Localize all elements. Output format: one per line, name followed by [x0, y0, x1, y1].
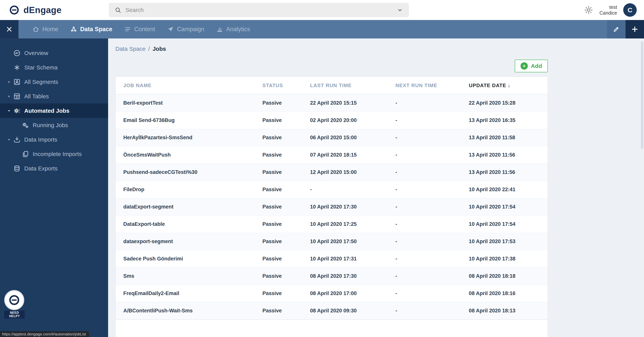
sidebar: OverviewStar SchemaAll SegmentsAll Table… [0, 38, 108, 337]
table-row[interactable]: ÖnceSmsWaitPushPassive07 April 2020 18:1… [116, 146, 548, 164]
table-cell: 10 April 2020 17:30 [302, 198, 388, 216]
settings-gear-icon[interactable] [584, 6, 593, 14]
search-dropdown-chevron-icon[interactable] [397, 7, 403, 13]
table-row[interactable]: DataExport-tablePassive10 April 2020 17:… [116, 216, 548, 233]
help-badge-label: NEED HELP? [4, 310, 24, 318]
table-cell: 22 April 2020 15:28 [461, 94, 548, 112]
edit-button[interactable] [607, 20, 626, 38]
table-row[interactable]: FreqEmailDaily2-EmailPassive08 April 202… [116, 285, 548, 302]
table-cell: 10 April 2020 17:31 [302, 250, 388, 268]
chevron-down-icon[interactable] [5, 108, 13, 113]
add-job-button[interactable]: Add [515, 60, 548, 72]
table-cell: Pushsend-sadeceCGTesti%30 [116, 164, 255, 181]
sidebar-item-automated-jobs[interactable]: Automated Jobs [0, 104, 108, 118]
sidebar-item-data-exports[interactable]: Data Exports [0, 161, 108, 176]
table-row[interactable]: HerAyİlkPazartesi-SmsSendPassive06 April… [116, 129, 548, 146]
table-cell: - [388, 268, 461, 285]
table-row[interactable]: dataexport-segmentPassive10 April 2020 1… [116, 233, 548, 250]
breadcrumb: Data Space / Jobs [116, 45, 644, 53]
nav-item-analytics[interactable]: Analytics [216, 26, 250, 33]
table-cell: Passive [255, 112, 302, 129]
column-header-next-run-time[interactable]: NEXT RUN TIME [388, 77, 461, 94]
table-cell: Passive [255, 233, 302, 250]
table-row[interactable]: Email Send-6736BugPassive02 April 2020 2… [116, 112, 548, 129]
table-cell: 08 April 2020 18:18 [461, 268, 548, 285]
column-header-update-date[interactable]: UPDATE DATE↓ [461, 77, 548, 94]
table-cell: Passive [255, 181, 302, 198]
caret-slot [5, 166, 13, 171]
nav-item-label: Data Space [80, 26, 112, 33]
brand-name: dEngage [24, 5, 62, 15]
account-area: test Candice C [584, 3, 644, 17]
add-plus-circle-icon [520, 62, 528, 70]
sidebar-item-all-tables[interactable]: All Tables [0, 89, 108, 104]
close-menu-button[interactable] [0, 20, 18, 38]
segments-icon [13, 78, 21, 86]
nav-menu: HomeData SpaceContentCampaignAnalytics [32, 20, 250, 38]
sidebar-item-star-schema[interactable]: Star Schema [0, 60, 108, 75]
table-cell: 08 April 2020 18:16 [461, 285, 548, 302]
table-cell: Passive [255, 285, 302, 302]
table-row[interactable]: SmsPassive08 April 2020 17:30-08 April 2… [116, 268, 548, 285]
table-row[interactable]: A/BContentliPush-Wait-SmsPassive08 April… [116, 302, 548, 320]
table-cell: dataexport-segment [116, 233, 255, 250]
breadcrumb-root-link[interactable]: Data Space [116, 46, 146, 52]
brand-logo[interactable]: dEngage [0, 4, 109, 16]
search-input[interactable] [126, 7, 392, 13]
campaign-icon [167, 26, 174, 33]
column-header-job-name[interactable]: JOB NAME [116, 77, 255, 94]
table-row[interactable]: Pushsend-sadeceCGTesti%30Passive12 April… [116, 164, 548, 181]
nav-item-campaign[interactable]: Campaign [167, 26, 204, 33]
sidebar-item-data-imports[interactable]: Data Imports [0, 132, 108, 147]
nav-item-content[interactable]: Content [124, 26, 155, 33]
chevron-right-icon[interactable] [5, 80, 13, 84]
nav-item-data-space[interactable]: Data Space [70, 26, 112, 33]
table-cell: Passive [255, 146, 302, 164]
sidebar-item-label: All Tables [24, 93, 49, 100]
sidebar-item-overview[interactable]: Overview [0, 46, 108, 60]
nav-item-home[interactable]: Home [32, 26, 58, 33]
imports-icon [13, 136, 21, 144]
sidebar-item-all-segments[interactable]: All Segments [0, 75, 108, 89]
table-row[interactable]: Sadece Push GönderimiPassive10 April 202… [116, 250, 548, 268]
sidebar-item-running-jobs[interactable]: Running Jobs [0, 118, 108, 132]
table-cell: 06 April 2020 15:00 [302, 129, 388, 146]
table-cell: 13 April 2020 11:56 [461, 146, 548, 164]
table-row[interactable]: Beril-exportTestPassive22 April 2020 15:… [116, 94, 548, 112]
table-cell: 07 April 2020 18:15 [302, 146, 388, 164]
table-cell: 22 April 2020 15:15 [302, 94, 388, 112]
table-row[interactable]: dataExport-segmentPassive10 April 2020 1… [116, 198, 548, 216]
create-new-button[interactable] [626, 20, 644, 38]
avatar[interactable]: C [623, 3, 637, 17]
column-header-status[interactable]: STATUS [255, 77, 302, 94]
main-navbar: HomeData SpaceContentCampaignAnalytics [0, 20, 644, 38]
table-cell: Passive [255, 129, 302, 146]
help-badge-circle [4, 290, 24, 310]
add-button-label: Add [531, 63, 542, 69]
table-cell: FreqEmailDaily2-Email [116, 285, 255, 302]
table-cell: 08 April 2020 09:30 [302, 302, 388, 320]
table-cell: 08 April 2020 17:00 [302, 285, 388, 302]
breadcrumb-separator: / [148, 46, 150, 52]
sidebar-item-incomplete-imports[interactable]: Incomplete Imports [0, 147, 108, 161]
status-url: https://apptest.dengage.com/#/automation… [2, 332, 86, 336]
scrollbar-thumb[interactable] [641, 41, 643, 149]
column-header-last-run-time[interactable]: LAST RUN TIME [302, 77, 388, 94]
top-header: dEngage test Candice C [0, 0, 644, 20]
table-cell: 08 April 2020 17:30 [302, 268, 388, 285]
table-row[interactable]: FileDropPassive--10 April 2020 22:41 [116, 181, 548, 198]
table-cell: Passive [255, 302, 302, 320]
dengage-badge-icon [8, 294, 20, 306]
caret-slot [5, 51, 13, 56]
table-header-row: JOB NAMESTATUSLAST RUN TIMENEXT RUN TIME… [116, 77, 548, 94]
table-cell: - [388, 112, 461, 129]
table-cell: ÖnceSmsWaitPush [116, 146, 255, 164]
page-body: OverviewStar SchemaAll SegmentsAll Table… [0, 38, 644, 337]
account-line1: test [599, 4, 617, 10]
help-badge[interactable]: NEED HELP? [4, 290, 24, 318]
table-body: Beril-exportTestPassive22 April 2020 15:… [116, 94, 548, 320]
chevron-down-icon[interactable] [5, 137, 13, 142]
chevron-right-icon[interactable] [5, 94, 13, 99]
table-cell: FileDrop [116, 181, 255, 198]
pencil-icon [613, 26, 620, 33]
